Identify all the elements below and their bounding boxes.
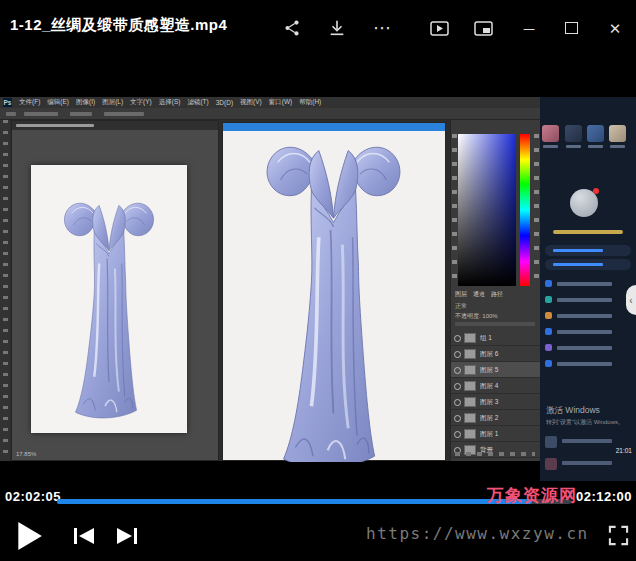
close-icon: ✕: [609, 21, 622, 36]
more-button[interactable]: ⋯: [369, 16, 395, 40]
notification-badge: [593, 188, 599, 194]
close-button[interactable]: ✕: [602, 16, 628, 40]
fullscreen-button[interactable]: [608, 525, 629, 550]
avatar: [587, 125, 604, 142]
share-icon: [283, 19, 301, 37]
pip-button[interactable]: [470, 16, 496, 40]
avatar-name: [610, 145, 625, 148]
dress-artwork-large: [251, 130, 416, 462]
avatar: [565, 125, 582, 142]
watermark-url: https://www.wxzyw.cn: [366, 524, 589, 543]
share-button[interactable]: [279, 16, 305, 40]
tab-paths: 路径: [491, 290, 503, 299]
duration: 02:12:00: [576, 489, 632, 504]
layer-row: 图层 2: [451, 410, 541, 426]
tab-channels: 通道: [473, 290, 485, 299]
menu-select: 选择(S): [159, 98, 181, 107]
chat-list-item: [545, 359, 633, 371]
chat-list-item: [545, 295, 633, 307]
maximize-icon: [565, 22, 578, 34]
chat-list-item: [545, 327, 633, 339]
photoshop-panels: 图层 通道 路径 正常 不透明度: 100% 组 1 图层 6 图层 5 图层 …: [450, 120, 540, 461]
avatar-name: [543, 145, 558, 148]
previous-button[interactable]: [73, 527, 95, 549]
avatar-name: [566, 145, 581, 148]
current-time: 02:02:05: [5, 489, 61, 504]
layer-row: 图层 6: [451, 346, 541, 362]
layer-row-selected: 图层 5: [451, 362, 541, 378]
windows-activation-subtitle: 转到“设置”以激活 Windows。: [546, 418, 624, 427]
photoshop-toolbar: [0, 120, 10, 461]
hue-slider: [520, 134, 530, 286]
menu-view: 视图(V): [240, 98, 262, 107]
play-button[interactable]: [16, 521, 42, 555]
avatar: [542, 125, 559, 142]
cast-button[interactable]: [426, 16, 452, 40]
photoshop-app: Ps 文件(F) 编辑(E) 图像(I) 图层(L) 文字(Y) 选择(S) 滤…: [0, 97, 540, 461]
site-watermark: 万象资源网: [487, 484, 577, 507]
panel-icon-strip-right: [534, 134, 539, 284]
video-player-window: 1-12_丝绸及缎带质感塑造.mp4 ⋯: [0, 0, 636, 561]
blend-mode: 正常: [455, 302, 467, 311]
layer-row: 图层 3: [451, 394, 541, 410]
download-button[interactable]: [324, 16, 350, 40]
artboard-small: [31, 165, 187, 433]
menu-edit: 编辑(E): [47, 98, 69, 107]
video-title: 1-12_丝绸及缎带质感塑造.mp4: [10, 16, 227, 35]
collapse-chevron-icon: ‹: [626, 285, 636, 315]
lock-row: [455, 322, 535, 326]
layers-panel-tabs: 图层 通道 路径: [455, 290, 503, 299]
minimize-icon: ─: [524, 21, 535, 36]
color-picker-field: [458, 134, 516, 286]
chat-pill-button: [545, 259, 631, 270]
menu-image: 图像(I): [76, 98, 95, 107]
document-window-small: 17.85%: [11, 120, 219, 461]
chat-timestamp: 21:01: [616, 447, 632, 454]
avatar: [609, 125, 626, 142]
layer-row: 图层 1: [451, 426, 541, 442]
photoshop-logo: Ps: [3, 98, 12, 107]
menu-file: 文件(F): [19, 98, 40, 107]
next-button[interactable]: [116, 527, 138, 549]
photoshop-options-bar: [0, 108, 540, 120]
minimize-button[interactable]: ─: [516, 16, 542, 40]
cast-icon: [430, 21, 449, 36]
previous-icon: [73, 527, 95, 545]
photoshop-menubar: Ps 文件(F) 编辑(E) 图像(I) 图层(L) 文字(Y) 选择(S) 滤…: [0, 97, 540, 108]
windows-activation-title: 激活 Windows: [546, 405, 600, 417]
document-window-large: [222, 122, 446, 461]
announcement-line: [553, 230, 623, 234]
tab-layers: 图层: [455, 290, 467, 299]
zoom-level: 17.85%: [16, 451, 36, 457]
maximize-button[interactable]: [558, 16, 584, 40]
menu-help: 帮助(H): [299, 98, 321, 107]
menu-3d: 3D(D): [216, 99, 233, 106]
download-icon: [328, 19, 346, 37]
layer-row: 组 1: [451, 330, 541, 346]
layer-row: 图层 4: [451, 378, 541, 394]
chat-pill-button: [545, 245, 631, 256]
fullscreen-icon: [608, 525, 629, 546]
menu-type: 文字(Y): [130, 98, 152, 107]
chat-list-item: [545, 311, 633, 323]
play-icon: [16, 521, 42, 551]
opacity-value: 不透明度: 100%: [455, 312, 498, 321]
titlebar: 1-12_丝绸及缎带质感塑造.mp4 ⋯: [0, 0, 636, 55]
menu-window: 窗口(W): [269, 98, 292, 107]
menu-layer: 图层(L): [102, 98, 123, 107]
document-small-titlebar: [12, 121, 218, 130]
menu-filter: 滤镜(T): [187, 98, 208, 107]
layers-list: 组 1 图层 6 图层 5 图层 4 图层 3 图层 2 图层 1 背景: [451, 330, 541, 458]
more-icon: ⋯: [373, 19, 391, 37]
next-icon: [116, 527, 138, 545]
chat-list-item: [545, 279, 633, 291]
panel-icon-strip-left: [452, 134, 457, 284]
progress-fill: [57, 499, 532, 504]
video-frame[interactable]: Ps 文件(F) 编辑(E) 图像(I) 图层(L) 文字(Y) 选择(S) 滤…: [0, 55, 636, 487]
avatar-name: [588, 145, 603, 148]
pip-icon: [474, 21, 493, 36]
chat-list-item: [545, 343, 633, 355]
dress-artwork-small: [39, 170, 179, 426]
layers-panel-footer: [455, 452, 535, 456]
chat-app: 激活 Windows 转到“设置”以激活 Windows。 21:01 ‹: [540, 97, 636, 481]
